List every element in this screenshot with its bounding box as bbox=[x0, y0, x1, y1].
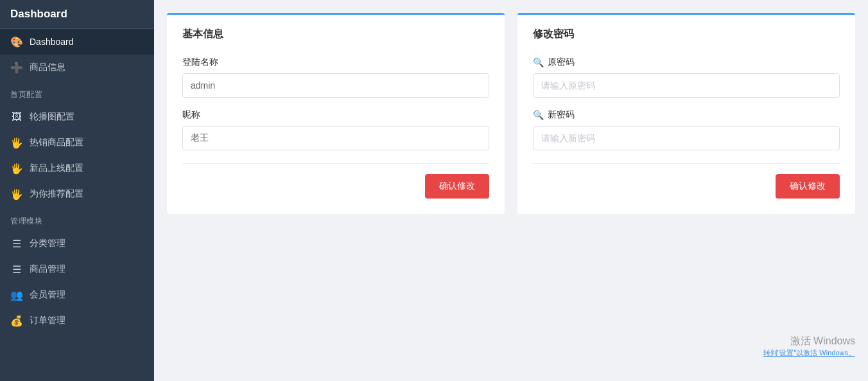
change-password-footer: 确认修改 bbox=[533, 163, 840, 199]
plus-icon: ➕ bbox=[10, 61, 23, 74]
main-row: 基本信息 登陆名称 昵称 确认修改 修改密码 � bbox=[167, 13, 855, 214]
old-password-label-text: 原密码 bbox=[548, 57, 575, 68]
sidebar-item-label: 商品信息 bbox=[30, 62, 65, 73]
sidebar-item-member[interactable]: 👥 会员管理 bbox=[0, 282, 154, 308]
sidebar-section-management: 管理模块 ☰ 分类管理 ☰ 商品管理 👥 会员管理 💰 订单管理 bbox=[0, 207, 154, 333]
sidebar-item-label: 会员管理 bbox=[30, 289, 65, 301]
old-password-group: 🔍 原密码 bbox=[533, 57, 840, 98]
category-icon: ☰ bbox=[10, 237, 23, 250]
old-password-input[interactable] bbox=[533, 73, 840, 98]
carousel-icon: 🖼 bbox=[10, 111, 23, 123]
nickname-label-text: 昵称 bbox=[182, 109, 200, 121]
new-password-group: 🔍 新密码 bbox=[533, 109, 840, 150]
new-password-input[interactable] bbox=[533, 126, 840, 150]
sidebar-item-carousel[interactable]: 🖼 轮播图配置 bbox=[0, 104, 154, 130]
basic-info-card: 基本信息 登陆名称 昵称 确认修改 bbox=[167, 13, 505, 214]
sidebar-section-top: 🎨 Dashboard ➕ 商品信息 bbox=[0, 29, 154, 80]
sidebar-item-label: 订单管理 bbox=[30, 315, 65, 326]
sidebar-item-order[interactable]: 💰 订单管理 bbox=[0, 308, 154, 333]
sidebar: Dashboard 🎨 Dashboard ➕ 商品信息 首页配置 🖼 轮播图配… bbox=[0, 0, 154, 381]
sidebar-item-dashboard[interactable]: 🎨 Dashboard bbox=[0, 29, 154, 55]
dashboard-icon: 🎨 bbox=[10, 35, 23, 48]
sidebar-section-label-homepage: 首页配置 bbox=[0, 80, 154, 104]
old-password-label: 🔍 原密码 bbox=[533, 57, 840, 68]
basic-info-title: 基本信息 bbox=[182, 28, 489, 41]
change-password-confirm-button[interactable]: 确认修改 bbox=[776, 174, 840, 199]
hand-icon: 🖐 bbox=[10, 136, 23, 149]
hand2-icon: 🖐 bbox=[10, 162, 23, 175]
product-manage-icon: ☰ bbox=[10, 263, 23, 276]
sidebar-logo: Dashboard bbox=[0, 0, 154, 29]
main-area: 基本信息 登陆名称 昵称 确认修改 修改密码 � bbox=[154, 0, 868, 381]
new-password-label: 🔍 新密码 bbox=[533, 109, 840, 121]
nickname-input[interactable] bbox=[182, 126, 489, 150]
sidebar-item-category[interactable]: ☰ 分类管理 bbox=[0, 231, 154, 256]
change-password-card: 修改密码 🔍 原密码 🔍 新密码 确认修改 bbox=[517, 13, 855, 214]
search-icon-old: 🔍 bbox=[533, 57, 544, 67]
sidebar-item-label: 商品管理 bbox=[30, 263, 65, 275]
login-name-group: 登陆名称 bbox=[182, 57, 489, 98]
sidebar-item-hot-product[interactable]: 🖐 热销商品配置 bbox=[0, 130, 154, 155]
login-name-label-text: 登陆名称 bbox=[182, 57, 218, 68]
sidebar-section-label-management: 管理模块 bbox=[0, 207, 154, 231]
sidebar-section-homepage: 首页配置 🖼 轮播图配置 🖐 热销商品配置 🖐 新品上线配置 🖐 为你推荐配置 bbox=[0, 80, 154, 207]
new-password-label-text: 新密码 bbox=[548, 109, 575, 121]
sidebar-item-recommend[interactable]: 🖐 为你推荐配置 bbox=[0, 181, 154, 207]
sidebar-item-label: 为你推荐配置 bbox=[30, 188, 83, 200]
sidebar-item-product-info[interactable]: ➕ 商品信息 bbox=[0, 55, 154, 80]
login-name-input[interactable] bbox=[182, 73, 489, 98]
hand3-icon: 🖐 bbox=[10, 188, 23, 200]
sidebar-item-product-manage[interactable]: ☰ 商品管理 bbox=[0, 256, 154, 282]
member-icon: 👥 bbox=[10, 288, 23, 301]
sidebar-item-label: 热销商品配置 bbox=[30, 137, 83, 148]
change-password-title: 修改密码 bbox=[533, 28, 840, 41]
search-icon-new: 🔍 bbox=[533, 110, 544, 120]
sidebar-item-label: Dashboard bbox=[30, 37, 74, 47]
sidebar-item-label: 轮播图配置 bbox=[30, 111, 74, 123]
basic-info-confirm-button[interactable]: 确认修改 bbox=[425, 174, 489, 199]
sidebar-item-label: 分类管理 bbox=[30, 238, 65, 249]
sidebar-item-new-product[interactable]: 🖐 新品上线配置 bbox=[0, 155, 154, 181]
nickname-label: 昵称 bbox=[182, 109, 489, 121]
order-icon: 💰 bbox=[10, 314, 23, 327]
login-name-label: 登陆名称 bbox=[182, 57, 489, 68]
sidebar-item-label: 新品上线配置 bbox=[30, 163, 83, 174]
nickname-group: 昵称 bbox=[182, 109, 489, 150]
basic-info-footer: 确认修改 bbox=[182, 163, 489, 199]
